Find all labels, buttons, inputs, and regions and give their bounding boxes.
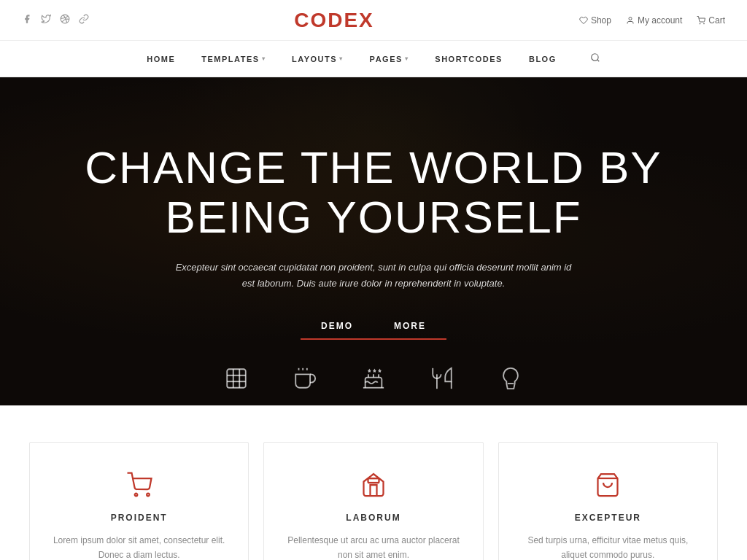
layouts-arrow: ▾ — [339, 55, 344, 62]
nav-home[interactable]: HOME — [147, 55, 175, 63]
proident-text: Lorem ipsum dolor sit amet, consectetur … — [52, 533, 226, 560]
templates-arrow: ▾ — [262, 55, 266, 62]
link-icon[interactable] — [79, 14, 89, 26]
svg-point-18 — [147, 494, 150, 497]
hero-buttons: DEMO MORE — [85, 314, 662, 340]
nav-layouts[interactable]: LAYOUTS ▾ — [292, 55, 344, 63]
feature-laborum: LABORUM Pellentesque ut arcu ac urna auc… — [263, 442, 483, 560]
excepteur-text: Sed turpis urna, efficitur vitae metus q… — [521, 533, 695, 560]
hero-icons-row — [0, 366, 747, 391]
search-icon[interactable] — [590, 52, 600, 65]
cart-link[interactable]: Cart — [697, 15, 725, 26]
main-nav: HOME TEMPLATES ▾ LAYOUTS ▾ PAGES ▾ SHORT… — [0, 41, 747, 77]
twitter-icon[interactable] — [41, 14, 51, 26]
nav-blog[interactable]: BLOG — [529, 55, 557, 63]
proident-title: PROIDENT — [52, 513, 226, 523]
demo-button[interactable]: DEMO — [301, 314, 374, 340]
facebook-icon[interactable] — [22, 14, 32, 26]
hero-title: CHANGE THE WORLD BY BEING YOURSELF — [85, 143, 662, 242]
top-bar: CODEX Shop My account Cart — [0, 0, 747, 41]
my-account-link[interactable]: My account — [626, 15, 682, 26]
store-icon — [286, 472, 460, 498]
waffle-icon — [224, 366, 249, 391]
laborum-title: LABORUM — [286, 513, 460, 523]
excepteur-title: EXCEPTEUR — [521, 513, 695, 523]
svg-point-1 — [629, 17, 632, 20]
svg-point-3 — [704, 23, 705, 24]
googleplus-icon[interactable] — [60, 14, 70, 26]
feature-excepteur: EXCEPTEUR Sed turpis urna, efficitur vit… — [498, 442, 718, 560]
social-icons — [22, 14, 89, 26]
svg-point-17 — [134, 494, 137, 497]
hero-section: CHANGE THE WORLD BY BEING YOURSELF Excep… — [0, 77, 747, 405]
svg-rect-5 — [227, 369, 246, 388]
pages-arrow: ▾ — [405, 55, 409, 62]
hero-subtitle: Excepteur sint occaecat cupidatat non pr… — [169, 260, 578, 292]
hero-content: CHANGE THE WORLD BY BEING YOURSELF Excep… — [41, 143, 705, 341]
icecream-icon — [498, 366, 523, 391]
bag-icon — [521, 472, 695, 498]
cake-icon — [361, 366, 386, 391]
cart-icon — [52, 472, 226, 498]
top-right-nav: Shop My account Cart — [579, 15, 725, 26]
laborum-text: Pellentesque ut arcu ac urna auctor plac… — [286, 533, 460, 560]
utensils-icon — [430, 366, 454, 391]
shop-link[interactable]: Shop — [579, 15, 611, 26]
svg-point-4 — [591, 54, 597, 61]
nav-shortcodes[interactable]: SHORTCODES — [435, 55, 503, 63]
more-button[interactable]: MORE — [374, 314, 446, 340]
feature-proident: PROIDENT Lorem ipsum dolor sit amet, con… — [29, 442, 249, 560]
nav-templates[interactable]: TEMPLATES ▾ — [201, 55, 266, 63]
cup-icon — [293, 366, 317, 391]
nav-pages[interactable]: PAGES ▾ — [370, 55, 409, 63]
features-section: PROIDENT Lorem ipsum dolor sit amet, con… — [0, 405, 747, 560]
svg-point-2 — [700, 23, 700, 24]
site-logo[interactable]: CODEX — [294, 9, 374, 32]
